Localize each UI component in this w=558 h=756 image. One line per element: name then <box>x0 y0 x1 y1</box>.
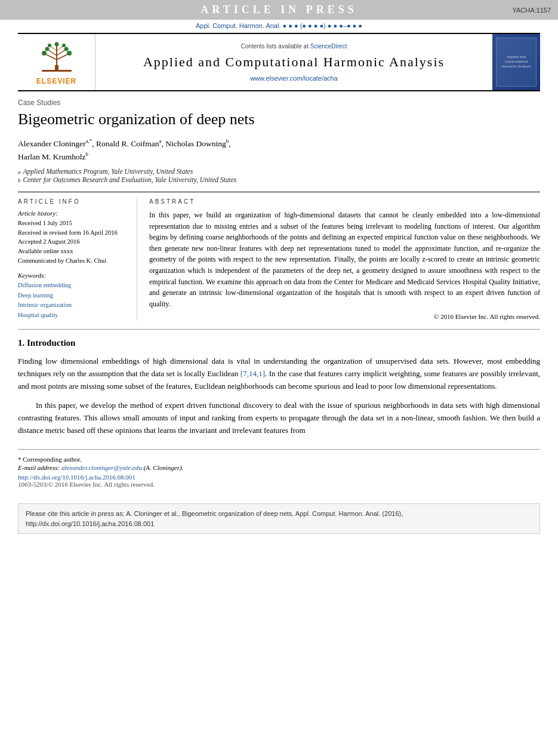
email-footnote: E-mail address: alexander.cloninger@yale… <box>18 464 540 471</box>
section-divider <box>18 329 540 330</box>
journal-title-center: Contents lists available at ScienceDirec… <box>95 34 492 90</box>
article-history-block: Article history: Received 1 July 2015 Re… <box>18 210 130 266</box>
article-category: Case Studies <box>18 99 540 107</box>
svg-point-11 <box>67 51 72 56</box>
elsevier-brand-text: ELSEVIER <box>36 77 76 85</box>
history-revised: Received in revised form 16 April 2016 <box>18 228 130 238</box>
keywords-block: Keywords: Diffusion embedding Deep learn… <box>18 272 130 321</box>
contents-line: Contents lists available at ScienceDirec… <box>105 43 483 50</box>
svg-point-14 <box>54 42 58 47</box>
introduction-section-title: 1. Introduction <box>18 338 540 348</box>
article-history-title: Article history: <box>18 210 130 217</box>
affiliations: a Applied Mathematics Program, Yale Univ… <box>18 168 540 183</box>
svg-line-6 <box>57 50 66 56</box>
elsevier-logo-box: ELSEVIER <box>18 34 95 90</box>
history-received: Received 1 July 2015 <box>18 219 130 228</box>
article-title: Bigeometric organization of deep nets <box>18 109 540 130</box>
svg-line-3 <box>48 50 57 56</box>
sciencedirect-link[interactable]: ScienceDirect <box>310 43 347 50</box>
author-coifman: Ronald R. Coifman <box>96 139 159 147</box>
journal-full-title: Applied and Computational Harmonic Analy… <box>105 54 483 70</box>
corresponding-author-note: * Corresponding author. <box>18 454 540 465</box>
svg-point-12 <box>64 47 68 51</box>
keywords-title: Keywords: <box>18 272 130 279</box>
journal-cover-box: Applied and Computational Harmonic Analy… <box>492 34 540 90</box>
issn-copyright-line: 1063-5203/© 2016 Elsevier Inc. All right… <box>18 481 540 488</box>
keyword-4: Hospital quality <box>18 311 130 321</box>
author-krumholz: Harlan M. Krumholz <box>18 152 86 161</box>
authors-line: Alexander Cloningera,*, Ronald R. Coifma… <box>18 137 540 163</box>
svg-rect-15 <box>42 70 72 72</box>
journal-reference-line: Appl. Comput. Harmon. Anal. ● ● ● (● ● ●… <box>0 20 558 33</box>
abstract-copyright: © 2016 Elsevier Inc. All rights reserved… <box>149 313 540 320</box>
introduction-paragraph-1: Finding low dimensional embeddings of hi… <box>18 355 540 392</box>
introduction-paragraph-2: In this paper, we develop the method of … <box>18 399 540 437</box>
article-info-heading: ARTICLE INFO <box>18 198 130 205</box>
affiliation-a: a Applied Mathematics Program, Yale Univ… <box>18 168 540 175</box>
author-downing: Nicholas Downing <box>165 139 226 147</box>
abstract-column: ABSTRACT In this paper, we build an orga… <box>149 198 540 321</box>
svg-point-8 <box>42 51 47 56</box>
journal-header: ELSEVIER Contents lists available at Sci… <box>18 33 540 91</box>
keyword-3: Intrinsic organization <box>18 300 130 311</box>
doi-line: http://dx.doi.org/10.1016/j.acha.2016.08… <box>18 474 540 481</box>
journal-url: www.elsevier.com/locate/acha <box>105 75 483 82</box>
svg-point-10 <box>48 44 51 47</box>
abstract-text: In this paper, we build an organization … <box>149 210 540 309</box>
doi-link[interactable]: http://dx.doi.org/10.1016/j.acha.2016.08… <box>18 474 135 481</box>
keyword-1: Diffusion embedding <box>18 281 130 291</box>
main-content: Case Studies Bigeometric organization of… <box>18 91 540 495</box>
elsevier-tree-icon <box>36 39 78 75</box>
article-info-column: ARTICLE INFO Article history: Received 1… <box>18 198 137 321</box>
author-email-link[interactable]: alexander.cloninger@yale.edu <box>61 464 142 471</box>
journal-url-link[interactable]: www.elsevier.com/locate/acha <box>250 75 338 82</box>
ref-7-14-1[interactable]: [7,14,1] <box>241 369 265 378</box>
journal-cover-image: Applied and Computational Harmonic Analy… <box>496 38 537 87</box>
article-code: YACHA:1157 <box>512 7 551 14</box>
banner-text: ARTICLE IN PRESS <box>201 4 357 16</box>
history-communicated: Communicated by Charles K. Chui <box>18 256 130 266</box>
svg-line-7 <box>57 46 63 51</box>
article-info-abstract-section: ARTICLE INFO Article history: Received 1… <box>18 192 540 321</box>
author-cloninger: Alexander Cloninger <box>18 139 86 147</box>
email-suffix: (A. Cloninger). <box>143 464 183 471</box>
abstract-heading: ABSTRACT <box>149 198 540 205</box>
affiliation-b: b Center for Outcomes Research and Evalu… <box>18 176 540 183</box>
svg-point-9 <box>45 47 49 51</box>
history-accepted: Accepted 2 August 2016 <box>18 237 130 247</box>
email-label: E-mail address: <box>18 464 60 471</box>
history-available: Available online xxxx <box>18 247 130 256</box>
svg-point-13 <box>62 44 66 47</box>
footnote-area: * Corresponding author. E-mail address: … <box>18 449 540 488</box>
article-in-press-banner: ARTICLE IN PRESS YACHA:1157 <box>0 0 558 20</box>
keyword-2: Deep learning <box>18 291 130 301</box>
svg-line-4 <box>50 46 57 51</box>
citation-bar: Please cite this article in press as: A.… <box>18 503 540 534</box>
